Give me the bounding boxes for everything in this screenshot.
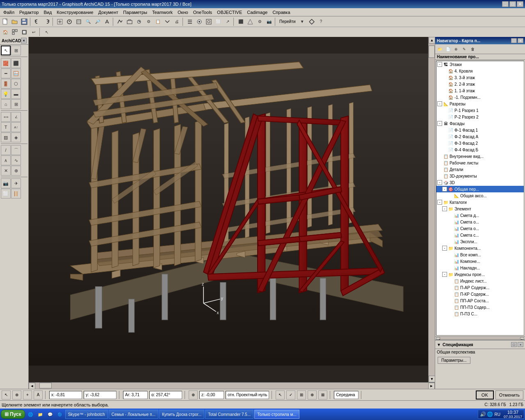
tree-item-obshakso[interactable]: 📐 Общая аксо... [436,192,524,199]
tool-lamp[interactable]: 💡 [1,89,11,99]
tree-item-vnutr[interactable]: 📋 Внутренние вид... [436,153,524,160]
tray-lang[interactable]: RU [494,412,501,417]
tb-btn7[interactable]: 🔎 [93,17,102,26]
tree-item-1etazh[interactable]: 🏠 1. 1-й этаж [436,87,524,94]
tb-drop-btn[interactable]: ▼ [298,17,307,26]
tb-btn12[interactable]: ⚙ [144,17,153,26]
tool-spline[interactable]: ∿ [11,155,21,165]
menu-onetools[interactable]: OneTools [191,9,215,16]
menu-file[interactable]: Файл [1,9,17,16]
scroll-down-btn[interactable]: ▼ [429,376,435,382]
nav-h-scroll[interactable]: ◄ ► [435,336,525,340]
tree-item-f4[interactable]: 📄 Ф-4 Фасад Б [436,146,524,153]
tree-item-ppar[interactable]: 📋 ПП-АР Соста... [436,297,524,304]
scroll-left-btn[interactable]: ◄ [29,383,35,389]
tool-line[interactable]: / [1,145,11,155]
nav-minimize-btn[interactable]: _ [511,38,517,43]
tree-item-obshper[interactable]: - 🎯 Общая пер... [436,186,524,192]
tree-item-smeta3[interactable]: 📊 Смета о... [436,225,524,232]
tree-item-f2[interactable]: 📄 Ф-2 Фасад А [436,133,524,140]
tool-stair[interactable]: 🪜 [11,189,21,199]
taskbar-item-semya[interactable]: Семья - Локальные п... [109,410,158,419]
tree-item-etazhi[interactable]: - 🏗 Этажи [436,61,524,68]
expand-komponenta[interactable]: - [442,246,447,251]
menu-help[interactable]: Справка [270,9,292,16]
tree-item-kompone[interactable]: 📊 Компоне... [436,258,524,265]
scroll-track-h[interactable] [35,383,428,389]
tb-btn9[interactable] [116,17,125,26]
spec-close-btn[interactable]: × [518,342,523,347]
tool-text[interactable]: T [1,122,11,132]
tb-btn11[interactable] [135,17,144,26]
tool-dim-linear[interactable]: ⟺ [1,112,11,122]
expand-obshper[interactable]: - [442,187,447,192]
tree-item-3d[interactable]: - 🎲 3D [436,179,524,186]
tb-btn20[interactable]: ↗ [223,17,232,26]
expand-katalogi[interactable]: - [437,200,442,205]
tree-item-2etazh[interactable]: 🏠 2. 2-й этаж [436,81,524,87]
tray-icon1[interactable]: 🔊 [480,411,486,417]
tree-item-par[interactable]: 📋 П-АР Содерж... [436,284,524,291]
tb2-btn4[interactable]: ↩ [29,27,38,37]
navigator-tree[interactable]: - 🏗 Этажи 🏠 4. Кровля 🏠 3. 3-й этаж 🏠 2.… [436,61,524,336]
quicklaunch-explorer[interactable]: 📁 [36,410,45,419]
tree-item-indeksy[interactable]: - 📁 Индексы прое... [436,271,524,278]
close-button[interactable]: × [517,1,523,7]
archicad-close-btn[interactable]: × [21,38,27,43]
tree-item-komponenta[interactable]: - 📁 Компонента... [436,245,524,251]
nav-tb-btn4[interactable]: ✎ [461,46,468,53]
tb-btn14[interactable] [163,17,172,26]
status-icon1[interactable]: ↖ [2,390,11,399]
nav-tb-btn3[interactable]: ⊕ [452,46,460,53]
start-button[interactable]: ⊞ Пуск [1,410,25,419]
tb-btn17[interactable] [195,17,204,26]
tree-item-explik[interactable]: 📊 Экспли... [436,238,524,245]
tb-open[interactable] [10,17,19,26]
tool-morph[interactable]: ◈ [11,132,21,142]
tool-hotspot[interactable]: ✕ [1,166,11,176]
menu-edit[interactable]: Редактор [17,9,41,16]
nav-tb-btn1[interactable]: 📁 [436,46,443,53]
nav-scroll-btn-r[interactable]: ► [520,337,524,340]
quicklaunch-ie[interactable]: 🌐 [26,410,35,419]
tool-zone[interactable]: ⬜ [1,189,11,199]
tool-fly[interactable]: ✈ [11,178,21,188]
tb-save[interactable] [20,17,29,26]
tree-item-pkr[interactable]: 📋 П-КР Содерж... [436,291,524,297]
expand-indeksy[interactable]: - [442,272,447,277]
tb2-btn2[interactable] [10,27,19,37]
tree-item-razrezy[interactable]: - 📐 Разрезы [436,100,524,107]
tool-slab[interactable]: ▬ [11,89,21,99]
tb-camera-btn[interactable]: 📷 [265,17,274,26]
tool-section[interactable]: ⊕ [11,166,21,176]
tool-column[interactable]: ⬛ [11,58,21,68]
nav-scroll-track[interactable] [440,337,520,340]
maximize-button[interactable]: □ [509,1,516,7]
tree-item-r1[interactable]: 📄 Р-1 Разрез 1 [436,107,524,114]
tb-perspective-btn[interactable] [246,17,255,26]
viewport-scrollbar-horizontal[interactable]: ◄ ► [29,382,435,389]
tb2-btn3[interactable]: 🔲 [20,27,29,37]
tree-item-ppzs[interactable]: 📋 П-ПЗ С... [436,310,524,317]
tool-camera[interactable]: 📷 [1,178,11,188]
minimize-button[interactable]: _ [502,1,509,7]
tree-item-fasady[interactable]: - 🏛 Фасады [436,120,524,127]
tool-rotate[interactable]: ⊞ [11,46,21,55]
spec-collapse-icon[interactable]: ▼ [437,342,441,347]
tool-door[interactable]: 🚪 [1,79,11,89]
tb2-btn1[interactable]: 🏠 [1,27,10,37]
menu-document[interactable]: Документ [96,9,121,16]
expand-fasady[interactable]: - [437,121,442,126]
tb-btn15[interactable]: 🖨 [172,17,181,26]
quicklaunch-chrome[interactable]: 🔵 [55,410,64,419]
tb-btn8[interactable] [103,17,112,26]
status-icon9[interactable]: ⊠ [318,390,327,399]
tree-item-rab[interactable]: 📋 Рабочие листы [436,160,524,166]
status-icon8[interactable]: ⊕ [308,390,317,399]
expand-razrezy[interactable]: - [437,101,442,106]
tree-item-det[interactable]: 📋 Детали [436,166,524,173]
tb-btn16[interactable] [185,17,194,26]
tool-roof[interactable]: ⌂ [1,99,11,109]
menu-objective[interactable]: OBJECTIVE [215,9,244,16]
status-icon2[interactable]: ⊕ [12,390,21,399]
